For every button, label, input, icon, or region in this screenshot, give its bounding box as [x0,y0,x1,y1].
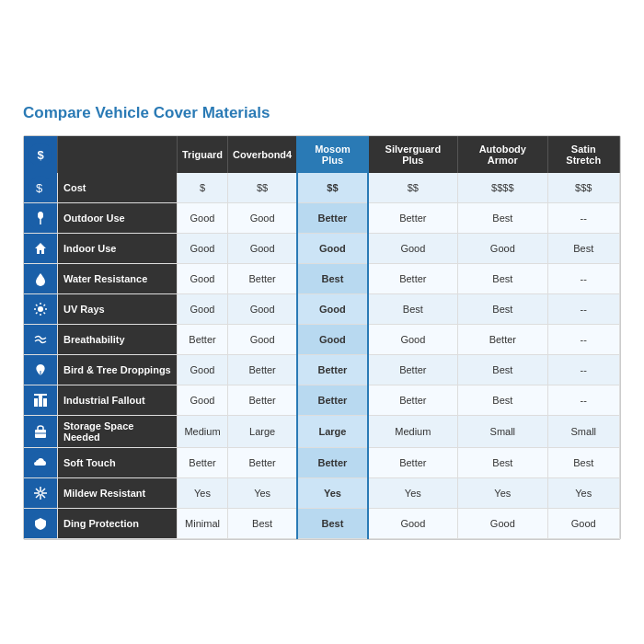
row-silverguard-4: Best [368,294,458,325]
svg-line-11 [44,313,46,315]
row-label-4: UV Rays [58,294,178,325]
table-row: Indoor Use Good Good Good Good Good Best [24,234,620,264]
row-autobody-6: Best [458,355,547,385]
header-autobody: Autobody Armor [458,136,547,173]
row-satin-0: $$$ [547,173,619,203]
icon-circle-11 [29,512,52,535]
icon-circle-6 [29,358,52,382]
row-satin-5: -- [547,325,619,355]
row-triguard-9: Better [178,448,228,478]
icon-circle-7 [29,388,52,412]
icon-circle-3 [29,267,52,291]
row-triguard-2: Good [178,234,228,264]
icon-circle-10 [29,481,52,505]
row-coverbond-10: Yes [228,478,298,509]
row-coverbond-9: Better [228,448,298,478]
row-icon-1 [24,203,58,234]
row-autobody-3: Best [458,264,547,294]
row-coverbond-6: Better [228,355,298,385]
header-mosom: Mosom Plus [297,136,367,173]
row-triguard-6: Good [178,355,228,385]
table-row: Outdoor Use Good Good Better Better Best… [24,203,620,234]
row-mosom-1: Better [297,203,367,234]
row-icon-11 [24,509,58,539]
row-silverguard-10: Yes [368,478,458,509]
svg-rect-18 [34,394,47,396]
row-label-9: Soft Touch [58,448,178,478]
svg-line-13 [36,313,38,315]
row-label-2: Indoor Use [58,234,178,264]
row-satin-4: -- [547,294,619,325]
row-mosom-0: $$ [297,173,367,203]
row-triguard-7: Good [178,385,228,416]
comparison-table: $ Triguard Coverbond4 Mosom Plus Silverg… [24,136,620,539]
table-row: Water Resistance Good Better Best Better… [24,264,620,294]
svg-rect-15 [34,398,38,407]
row-autobody-2: Good [458,234,547,264]
page-title: Compare Vehicle Cover Materials [23,104,621,122]
row-satin-9: Best [547,448,619,478]
row-coverbond-0: $$ [228,173,298,203]
row-autobody-0: $$$$ [458,173,547,203]
icon-circle-1 [29,206,52,230]
table-row: Storage Space Needed Medium Large Large … [24,416,620,448]
row-icon-3 [24,264,58,294]
row-coverbond-2: Good [228,234,298,264]
row-satin-7: -- [547,385,619,416]
row-mosom-2: Good [297,234,367,264]
row-triguard-0: $ [178,173,228,203]
row-mosom-11: Best [297,509,367,539]
row-icon-6 [24,355,58,385]
row-satin-11: Good [547,509,619,539]
row-triguard-5: Better [178,325,228,355]
row-autobody-11: Good [458,509,547,539]
table-row: UV Rays Good Good Good Best Best -- [24,294,620,325]
row-coverbond-1: Good [228,203,298,234]
row-label-6: Bird & Tree Droppings [58,355,178,385]
row-icon-2 [24,234,58,264]
table-row: Ding Protection Minimal Best Best Good G… [24,509,620,539]
row-autobody-10: Yes [458,478,547,509]
row-coverbond-5: Good [228,325,298,355]
row-icon-7 [24,385,58,416]
svg-point-25 [39,491,42,495]
row-coverbond-4: Good [228,294,298,325]
row-coverbond-8: Large [228,416,298,448]
svg-rect-16 [39,396,42,407]
row-triguard-11: Minimal [178,509,228,539]
row-silverguard-5: Good [368,325,458,355]
row-coverbond-3: Better [228,264,298,294]
row-triguard-4: Good [178,294,228,325]
row-silverguard-7: Better [368,385,458,416]
row-autobody-7: Best [458,385,547,416]
row-satin-2: Best [547,234,619,264]
row-label-1: Outdoor Use [58,203,178,234]
row-autobody-1: Best [458,203,547,234]
row-satin-10: Yes [547,478,619,509]
icon-circle-2 [29,236,52,260]
main-container: Compare Vehicle Cover Materials $ Trigua… [14,86,630,558]
row-mosom-9: Better [297,448,367,478]
svg-text:$: $ [36,181,43,195]
table-row: Industrial Fallout Good Better Better Be… [24,385,620,416]
row-coverbond-11: Best [228,509,298,539]
svg-point-5 [38,306,43,312]
table-row: Bird & Tree Droppings Good Better Better… [24,355,620,385]
table-row: $ Cost $ $$ $$ $$ $$$$ $$$ [24,173,620,203]
row-autobody-9: Best [458,448,547,478]
table-row: Breathability Better Good Good Good Bett… [24,325,620,355]
row-label-0: Cost [58,173,178,203]
row-mosom-4: Good [297,294,367,325]
row-icon-9 [24,448,58,478]
svg-marker-4 [35,243,46,254]
row-silverguard-3: Better [368,264,458,294]
row-autobody-8: Small [458,416,547,448]
row-label-10: Mildew Resistant [58,478,178,509]
row-label-7: Industrial Fallout [58,385,178,416]
row-triguard-8: Medium [178,416,228,448]
row-mosom-3: Best [297,264,367,294]
row-silverguard-6: Better [368,355,458,385]
row-icon-10 [24,478,58,509]
header-triguard: Triguard [178,136,228,173]
row-satin-3: -- [547,264,619,294]
